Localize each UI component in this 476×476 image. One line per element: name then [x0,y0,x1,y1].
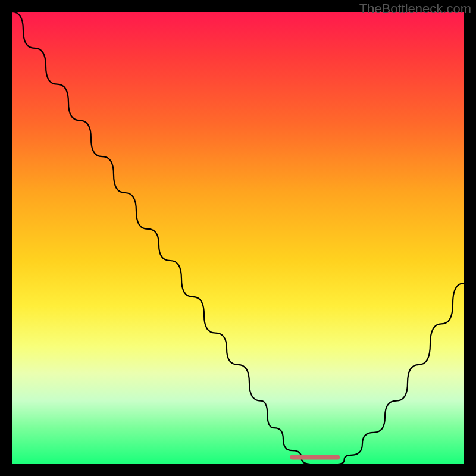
mask-left [0,0,12,476]
mask-right [464,0,476,476]
chart-frame [12,12,464,464]
bottleneck-curve [12,12,464,464]
watermark-text: TheBottleneck.com [359,1,471,17]
mask-bottom [0,464,476,476]
chart-svg [12,12,464,464]
